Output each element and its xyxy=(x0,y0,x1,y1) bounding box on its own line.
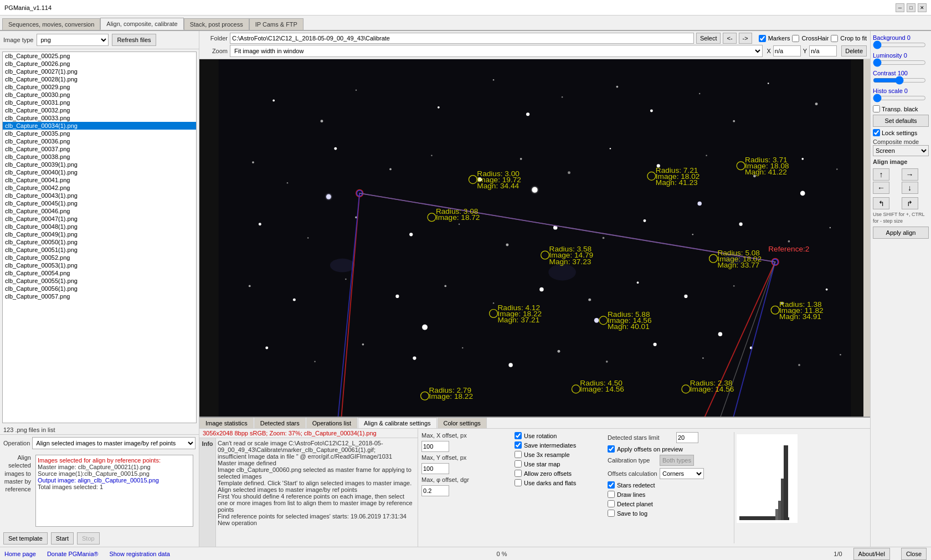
home-page-link[interactable]: Home page xyxy=(4,551,36,557)
tab-sequences[interactable]: Sequences, movies, conversion xyxy=(2,18,100,30)
operation-select[interactable]: Align selected images to master image/by… xyxy=(32,437,196,449)
file-item[interactable]: clb_Capture_00046.png xyxy=(3,207,196,215)
show-reg-link[interactable]: Show registration data xyxy=(109,551,169,557)
file-item[interactable]: clb_Capture_00056(1).png xyxy=(3,285,196,292)
luminosity-slider[interactable] xyxy=(873,59,926,66)
file-item[interactable]: clb_Capture_00037.png xyxy=(3,145,196,153)
max-y-input[interactable] xyxy=(421,463,449,474)
file-item[interactable]: clb_Capture_00035.png xyxy=(3,130,196,137)
align-up-btn[interactable]: ↑ xyxy=(873,168,889,181)
file-item[interactable]: clb_Capture_00050(1).png xyxy=(3,238,196,246)
image-scrollbar[interactable] xyxy=(863,59,870,417)
tab-ipcams[interactable]: IP Cams & FTP xyxy=(249,18,304,30)
histo-slider[interactable] xyxy=(873,94,926,102)
markers-checkbox[interactable] xyxy=(759,35,766,42)
file-item[interactable]: clb_Capture_00027(1).png xyxy=(3,68,196,75)
tab-stack[interactable]: Stack, post process xyxy=(184,18,249,30)
delete-btn[interactable]: Delete xyxy=(841,45,867,56)
file-item[interactable]: clb_Capture_00045(1).png xyxy=(3,199,196,207)
file-item[interactable]: clb_Capture_00031.png xyxy=(3,99,196,106)
tab-color-settings[interactable]: Color settings xyxy=(438,418,487,428)
file-item[interactable]: clb_Capture_00047(1).png xyxy=(3,215,196,223)
align-rot-left-btn[interactable]: ↰ xyxy=(873,197,889,209)
file-item[interactable]: clb_Capture_00043(1).png xyxy=(3,192,196,199)
file-item[interactable]: clb_Capture_00033.png xyxy=(3,114,196,122)
tab-align-calibrate[interactable]: Align & calibrate settings xyxy=(358,418,436,428)
max-phi-input[interactable] xyxy=(421,485,449,496)
file-item[interactable]: clb_Capture_00036.png xyxy=(3,137,196,145)
folder-input[interactable] xyxy=(230,33,694,44)
set-defaults-btn[interactable]: Set defaults xyxy=(873,115,929,127)
start-btn[interactable]: Start xyxy=(51,532,74,544)
use-star-map-checkbox[interactable] xyxy=(515,460,522,467)
x-coord-input[interactable] xyxy=(773,45,801,56)
save-to-log-checkbox[interactable] xyxy=(608,510,615,517)
nav-prev-btn[interactable]: <- xyxy=(723,33,736,44)
composite-select[interactable]: Screen Overlay Multiply xyxy=(873,145,929,156)
tab-image-stats[interactable]: Image statistics xyxy=(199,418,254,428)
refresh-files-btn[interactable]: Refresh files xyxy=(112,34,156,46)
file-item[interactable]: clb_Capture_00048(1).png xyxy=(3,223,196,230)
file-item[interactable]: clb_Capture_00055(1).png xyxy=(3,277,196,285)
minimize-btn[interactable]: ─ xyxy=(896,3,904,12)
file-item-selected[interactable]: clb_Capture_00034(1).png xyxy=(3,122,196,130)
apply-align-btn[interactable]: Apply align xyxy=(873,227,929,239)
image-type-select[interactable]: png jpg tiff xyxy=(37,34,109,46)
zoom-select[interactable]: Fit image width in window 25% 50% 100% xyxy=(230,45,763,57)
file-list[interactable]: clb_Capture_00025.png clb_Capture_00026.… xyxy=(2,52,197,423)
select-btn[interactable]: Select xyxy=(696,33,721,44)
max-x-input[interactable] xyxy=(421,441,449,452)
y-coord-input[interactable] xyxy=(809,45,837,56)
tab-operations-list[interactable]: Operations list xyxy=(306,418,357,428)
use-darks-checkbox[interactable] xyxy=(515,479,522,486)
crop-to-fit-checkbox[interactable] xyxy=(831,35,838,42)
tab-detected-stars[interactable]: Detected stars xyxy=(254,418,306,428)
file-item[interactable]: clb_Capture_00028(1).png xyxy=(3,75,196,83)
lock-checkbox[interactable] xyxy=(873,129,880,136)
file-item[interactable]: clb_Capture_00032.png xyxy=(3,106,196,114)
align-left-btn[interactable]: ← xyxy=(873,182,889,194)
file-item[interactable]: clb_Capture_00029.png xyxy=(3,83,196,91)
crosshair-checkbox[interactable] xyxy=(792,35,799,42)
nav-next-btn[interactable]: -> xyxy=(739,33,752,44)
use-rotation-checkbox[interactable] xyxy=(515,432,522,439)
file-item[interactable]: clb_Capture_00039(1).png xyxy=(3,161,196,168)
close-btn-status[interactable]: Close xyxy=(901,548,927,560)
file-item[interactable]: clb_Capture_00042.png xyxy=(3,184,196,192)
maximize-btn[interactable]: □ xyxy=(907,3,915,12)
align-down-btn[interactable]: ↓ xyxy=(902,182,918,194)
background-slider[interactable] xyxy=(873,41,926,49)
file-item[interactable]: clb_Capture_00025.png xyxy=(3,52,196,60)
set-template-btn[interactable]: Set template xyxy=(3,532,48,544)
file-item[interactable]: clb_Capture_00030.png xyxy=(3,91,196,99)
detect-planet-checkbox[interactable] xyxy=(608,500,615,507)
allow-zero-checkbox[interactable] xyxy=(515,470,522,477)
file-item[interactable]: clb_Capture_00026.png xyxy=(3,60,196,68)
file-item[interactable]: clb_Capture_00041.png xyxy=(3,176,196,184)
transp-checkbox[interactable] xyxy=(873,105,880,112)
file-item[interactable]: clb_Capture_00052.png xyxy=(3,254,196,261)
offsets-calc-select[interactable]: Corners Max , offset , Center xyxy=(660,468,704,479)
use-3x-checkbox[interactable] xyxy=(515,451,522,458)
file-item[interactable]: clb_Capture_00049(1).png xyxy=(3,230,196,238)
det-stars-input[interactable] xyxy=(676,432,698,443)
align-right-btn[interactable]: → xyxy=(902,168,918,181)
stop-btn[interactable]: Stop xyxy=(77,532,100,544)
align-rot-right-btn[interactable]: ↱ xyxy=(902,197,918,209)
close-btn[interactable]: ✕ xyxy=(918,3,927,12)
file-item[interactable]: clb_Capture_00053(1).png xyxy=(3,261,196,269)
donate-link[interactable]: Donate PGMania® xyxy=(47,551,99,557)
file-item[interactable]: clb_Capture_00057.png xyxy=(3,292,196,300)
tab-align[interactable]: Align, composite, calibrate xyxy=(100,18,183,30)
file-item[interactable]: clb_Capture_00051(1).png xyxy=(3,246,196,254)
calibration-type-btn[interactable]: Both types xyxy=(660,455,694,466)
apply-offsets-checkbox[interactable] xyxy=(608,445,615,453)
file-item[interactable]: clb_Capture_00040(1).png xyxy=(3,168,196,176)
save-intermediates-checkbox[interactable] xyxy=(515,441,522,449)
draw-lines-checkbox[interactable] xyxy=(608,491,615,498)
file-item[interactable]: clb_Capture_00038.png xyxy=(3,153,196,161)
file-item[interactable]: clb_Capture_00054.png xyxy=(3,269,196,277)
stars-redetect-checkbox[interactable] xyxy=(608,481,615,489)
about-btn[interactable]: About/Hel xyxy=(853,548,890,560)
contrast-slider[interactable] xyxy=(873,76,926,84)
